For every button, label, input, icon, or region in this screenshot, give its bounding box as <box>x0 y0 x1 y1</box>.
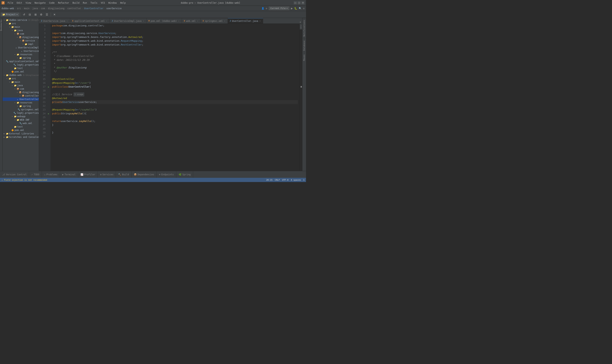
tree-item[interactable]: ▾ 📦 controller <box>3 94 39 98</box>
bottom-tab-versionControl[interactable]: ⎇ Version Control <box>0 171 29 178</box>
tab-close-button[interactable]: ✕ <box>66 20 68 22</box>
tree-item[interactable]: ▾ 📁 resources <box>3 101 39 104</box>
bottom-tab-dependencies[interactable]: 📦 Dependencies <box>132 171 157 178</box>
breadcrumb-item-src[interactable]: src <box>17 7 21 10</box>
bottom-tab-services[interactable]: ⚙ Services <box>98 171 116 178</box>
code-line[interactable]: //注入 Service1 usage <box>52 92 298 96</box>
current-file-button[interactable]: Current File ▾ <box>269 6 289 10</box>
breadcrumb-item-java[interactable]: java <box>32 7 38 10</box>
menu-edit[interactable]: Edit <box>15 1 24 5</box>
tree-item[interactable]: ▾ 📁 dubbo-service D:\DingJiaxiong\IdeaPr… <box>3 18 39 22</box>
code-line[interactable]: package com.dingjiaxiong.controller; <box>52 24 298 27</box>
tree-item[interactable]: ▾ 📁 WEB-INF <box>3 118 39 122</box>
menu-help[interactable]: Help <box>119 1 127 5</box>
code-line[interactable]: private UserService userService; <box>52 100 298 104</box>
tree-item[interactable]: ☕ UserServiceImpl <box>3 46 39 49</box>
editor-tab-userservicejava[interactable]: J UserService.java ✕ <box>39 18 70 24</box>
code-line[interactable]: */ <box>52 70 298 73</box>
code-line[interactable]: return userService.sayHello(); <box>52 119 298 123</box>
tree-item[interactable]: ▾ 📁 resources <box>3 53 39 56</box>
tree-item[interactable]: ▶ 📁 External Libraries <box>3 132 39 135</box>
breadcrumb-item-usercontroller[interactable]: UserController <box>84 7 104 10</box>
close-button[interactable]: ✕ <box>301 1 305 4</box>
editor-tab-usercontrollerjava[interactable]: J UserController.java ✕ <box>228 18 263 24</box>
menu-refactor[interactable]: Refactor <box>56 1 71 5</box>
tree-item[interactable]: 🔧 web.xml <box>3 122 39 125</box>
tree-item[interactable]: ▾ 📁 spring <box>3 104 39 108</box>
breadcrumb-item-dubbo-web[interactable]: dubbo-web <box>1 7 14 10</box>
code-line[interactable]: * @author DingJiaxiong <box>52 66 298 70</box>
database-panel-tab[interactable]: Database <box>302 39 306 52</box>
code-line[interactable] <box>52 104 298 108</box>
tab-close-button[interactable]: ✕ <box>106 20 108 22</box>
tab-close-button[interactable]: ✕ <box>197 20 199 22</box>
breadcrumb-item-controller[interactable]: controller <box>67 7 81 10</box>
notifications-panel-tab[interactable]: Notifications <box>302 18 306 39</box>
tab-close-button[interactable]: ✕ <box>143 20 144 22</box>
code-line[interactable]: @RestController <box>52 77 298 81</box>
tree-item[interactable]: 🔶 pom.xml <box>3 70 39 73</box>
menu-tools[interactable]: Tools <box>89 1 99 5</box>
scrollbar-thumb[interactable] <box>301 86 302 88</box>
code-content[interactable]: package com.dingjiaxiong.controller; imp… <box>51 24 300 171</box>
search-everywhere-icon[interactable]: 🔍 <box>299 7 302 10</box>
tree-item[interactable]: 📁 test <box>3 66 39 70</box>
tab-close-button[interactable]: ✕ <box>259 20 261 22</box>
tree-item[interactable]: 📁 test <box>3 125 39 129</box>
menu-run[interactable]: Run <box>81 1 89 5</box>
editor-tab-webxml[interactable]: X web.xml ✕ <box>182 18 201 24</box>
sync-button[interactable]: ↺ <box>21 12 27 17</box>
debug-icon[interactable]: 🐛 <box>294 7 297 10</box>
tree-item[interactable]: ▾ 📦 dingjiaxiong <box>3 91 39 94</box>
menu-code[interactable]: Code <box>48 1 56 5</box>
breadcrumb-item-dingjiaxiong[interactable]: dingjiaxiong <box>48 7 65 10</box>
code-line[interactable]: import org.springframework.beans.factory… <box>52 35 298 39</box>
tree-item[interactable]: 🔶 pom.xml <box>3 129 39 132</box>
tree-item[interactable]: ▾ 📦 service <box>3 39 39 42</box>
code-line[interactable] <box>52 73 298 77</box>
tree-item[interactable]: 🔧 log4j.properties <box>3 111 39 115</box>
code-line[interactable]: public String sayHello(){ <box>52 112 298 116</box>
editor-tab-pomxmldubboweb[interactable]: M pom.xml (dubbo-web) ✕ <box>146 18 182 24</box>
bottom-tab-spring[interactable]: 🌿 Spring <box>176 171 193 178</box>
code-line[interactable] <box>52 116 298 119</box>
settings-button[interactable]: ⚙ <box>39 12 44 17</box>
run-marker-icon[interactable]: ▶ <box>48 86 49 88</box>
tab-close-button[interactable]: ✕ <box>224 20 226 22</box>
breadcrumb-item-main[interactable]: main <box>24 7 29 10</box>
bottom-tab-terminal[interactable]: ▶ Terminal <box>60 171 78 178</box>
menu-window[interactable]: Window <box>107 1 118 5</box>
code-line[interactable]: import com.dingjiaxiong.service.UserServ… <box>52 31 298 35</box>
menu-build[interactable]: Build <box>71 1 81 5</box>
tree-item[interactable]: ▾ 📦 dingjiaxiong <box>3 36 39 39</box>
tree-item[interactable]: ▾ 📦 com <box>3 32 39 36</box>
code-line[interactable]: } <box>52 123 298 127</box>
tree-item[interactable]: 🔧 applicationContext.xml <box>3 60 39 63</box>
tree-item[interactable]: ▾ 📁 impl <box>3 42 39 46</box>
tree-item[interactable]: ▾ 📁 main <box>3 25 39 29</box>
breadcrumb-item-com[interactable]: com <box>41 7 45 10</box>
code-line[interactable]: * ClassName: UserController <box>52 54 298 58</box>
tree-item[interactable]: ▾ 📁 java <box>3 29 39 32</box>
code-line[interactable] <box>52 89 298 92</box>
breadcrumb-item-userservice[interactable]: userService <box>106 7 121 10</box>
code-line[interactable]: @Autowired <box>52 96 298 100</box>
bottom-tab-profiler[interactable]: 📈 Profiler <box>78 171 98 178</box>
code-line[interactable] <box>52 135 298 138</box>
code-line[interactable]: * <box>52 62 298 66</box>
project-view-button[interactable]: 📁 Project ▾ <box>1 13 19 16</box>
maven-panel-tab[interactable]: Maven <box>302 52 306 63</box>
code-line[interactable]: } <box>52 131 298 135</box>
bottom-tab-todo[interactable]: ✓ TODO <box>29 171 42 178</box>
code-line[interactable]: @RequestMapping(⊙~"/sayHello") <box>52 108 298 112</box>
code-line[interactable]: /** <box>52 51 298 54</box>
tree-item[interactable]: ▾ 📁 src <box>3 22 39 25</box>
bookmarks-label[interactable]: Bookmarks <box>0 18 3 32</box>
code-line[interactable]: import org.springframework.web.bind.anno… <box>52 43 298 47</box>
tree-item[interactable]: ▾ 📦 com <box>3 87 39 91</box>
editor-tab-springmvcxml[interactable]: X springmvc.xml ✕ <box>201 18 228 24</box>
bottom-tab-problems[interactable]: ⚠ Problems <box>42 171 60 178</box>
editor-tab-applicationcontextxml[interactable]: X applicationContext.xml ✕ <box>70 18 110 24</box>
filter-button[interactable]: ☰ <box>44 12 50 17</box>
tabs-overflow-button[interactable]: ▾ <box>298 21 302 24</box>
